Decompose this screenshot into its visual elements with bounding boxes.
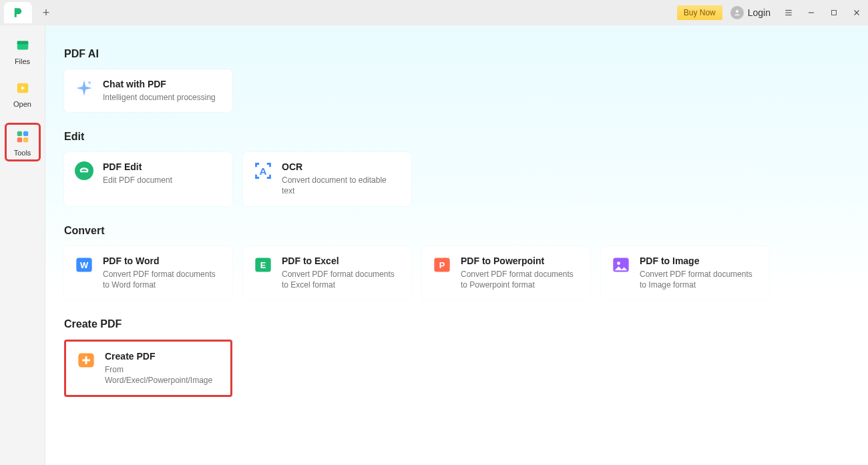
avatar-icon xyxy=(730,6,744,19)
card-chat-with-pdf[interactable]: Chat with PDF Intelligent document proce… xyxy=(64,69,232,112)
card-sub: Edit PDF document xyxy=(103,175,172,185)
create-pdf-icon xyxy=(77,351,95,370)
minimize-button[interactable] xyxy=(801,3,821,23)
card-sub: Convert PDF format documents to Powerpoi… xyxy=(461,269,580,290)
login-button[interactable]: Login xyxy=(730,6,771,19)
new-tab-button[interactable]: + xyxy=(36,3,56,23)
svg-rect-19 xyxy=(80,171,88,172)
sidebar-item-files[interactable]: Files xyxy=(7,37,38,65)
card-sub: Convert PDF format documents to Excel fo… xyxy=(282,269,401,290)
svg-rect-15 xyxy=(23,137,27,142)
svg-rect-13 xyxy=(23,131,27,136)
svg-rect-5 xyxy=(832,11,837,15)
sidebar-label-open: Open xyxy=(13,100,31,108)
ocr-icon: A xyxy=(254,161,272,180)
card-pdf-edit[interactable]: PDF Edit Edit PDF document xyxy=(64,152,232,205)
app-logo-icon xyxy=(12,7,24,19)
image-icon xyxy=(612,256,630,274)
hamburger-menu-icon[interactable] xyxy=(779,3,799,23)
card-title: PDF to Powerpoint xyxy=(461,256,580,266)
card-sub: Convert document to editable text xyxy=(282,175,401,196)
card-ocr[interactable]: A OCR Convert document to editable text xyxy=(243,152,411,205)
svg-rect-12 xyxy=(17,131,21,136)
main-content: PDF AI Chat with PDF Intelligent documen… xyxy=(45,25,868,465)
card-create-pdf[interactable]: Create PDF From Word/Execl/Powerpoint/Im… xyxy=(66,342,230,395)
titlebar: + Buy Now Login xyxy=(0,0,868,25)
card-title: PDF to Excel xyxy=(282,256,401,266)
login-label: Login xyxy=(748,7,771,18)
card-title: PDF to Word xyxy=(103,256,222,266)
card-title: Create PDF xyxy=(105,351,220,362)
svg-rect-9 xyxy=(17,41,28,45)
card-pdf-to-powerpoint[interactable]: P PDF to Powerpoint Convert PDF format d… xyxy=(422,246,590,300)
section-title-edit: Edit xyxy=(64,131,849,143)
svg-text:P: P xyxy=(439,260,445,270)
sidebar-label-files: Files xyxy=(15,57,30,65)
card-pdf-to-image[interactable]: PDF to Image Convert PDF format document… xyxy=(601,246,769,300)
excel-icon: E xyxy=(254,256,272,274)
card-sub: Convert PDF format documents to Image fo… xyxy=(640,269,758,290)
card-sub: Convert PDF format documents to Word for… xyxy=(103,269,222,290)
svg-text:W: W xyxy=(80,260,89,270)
card-title: Chat with PDF xyxy=(103,79,216,89)
svg-text:E: E xyxy=(260,260,266,270)
sparkle-icon xyxy=(75,79,93,97)
highlight-create-pdf: Create PDF From Word/Execl/Powerpoint/Im… xyxy=(64,340,232,397)
card-pdf-to-word[interactable]: W PDF to Word Convert PDF format documen… xyxy=(64,246,232,300)
sidebar: Files Open Tools xyxy=(0,25,45,465)
close-button[interactable] xyxy=(847,3,867,23)
sidebar-item-tools[interactable]: Tools xyxy=(5,123,41,161)
buy-now-button[interactable]: Buy Now xyxy=(677,5,722,20)
open-icon xyxy=(15,80,31,96)
card-title: PDF Edit xyxy=(103,161,172,172)
svg-text:A: A xyxy=(260,165,267,177)
files-icon xyxy=(15,37,31,53)
card-sub: From Word/Execl/Powerpoint/Image xyxy=(105,364,220,386)
home-tab[interactable] xyxy=(4,2,32,23)
section-title-pdf-ai: PDF AI xyxy=(64,48,849,60)
pdf-edit-icon xyxy=(75,161,93,180)
section-title-create-pdf: Create PDF xyxy=(64,318,849,330)
svg-point-17 xyxy=(88,81,91,85)
card-pdf-to-excel[interactable]: E PDF to Excel Convert PDF format docume… xyxy=(243,246,411,300)
card-title: OCR xyxy=(282,161,401,172)
section-title-convert: Convert xyxy=(64,225,849,237)
ppt-icon: P xyxy=(433,256,451,274)
sidebar-item-open[interactable]: Open xyxy=(7,80,38,108)
card-title: PDF to Image xyxy=(640,256,758,266)
maximize-button[interactable] xyxy=(824,3,844,23)
sidebar-label-tools: Tools xyxy=(14,149,31,157)
svg-point-28 xyxy=(617,262,620,265)
word-icon: W xyxy=(75,256,93,274)
svg-rect-14 xyxy=(17,137,21,142)
card-sub: Intelligent document processing xyxy=(103,92,216,103)
tools-icon xyxy=(15,129,31,145)
svg-point-0 xyxy=(736,10,738,13)
